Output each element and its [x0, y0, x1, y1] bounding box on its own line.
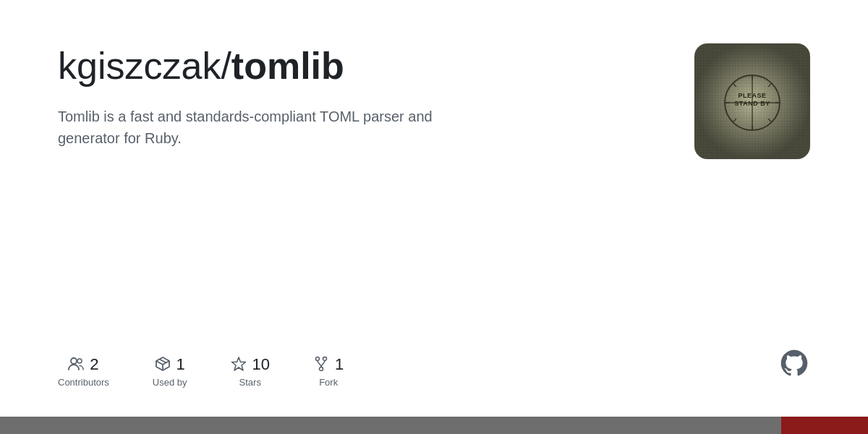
- used-by-count: 1: [176, 355, 185, 374]
- repo-avatar: PLEASE STAND BY · · · · · · · · · · · ·: [694, 43, 810, 159]
- svg-text:· · · · · · · · · · · ·: · · · · · · · · · · · ·: [733, 74, 768, 85]
- main-content: kgiszczak/tomlib Tomlib is a fast and st…: [0, 0, 868, 417]
- title-section: kgiszczak/tomlib Tomlib is a fast and st…: [58, 43, 665, 149]
- svg-point-26: [316, 357, 320, 360]
- repo-description: Tomlib is a fast and standards-compliant…: [58, 106, 434, 149]
- stat-stars-top: 10: [231, 355, 270, 374]
- stat-contributors-top: 2: [68, 355, 98, 374]
- contributors-label: Contributors: [58, 377, 109, 388]
- footer-bar-left: [0, 417, 781, 434]
- footer-bar: [0, 417, 868, 434]
- fork-label: Fork: [319, 377, 338, 388]
- svg-rect-0: [694, 43, 810, 159]
- stat-used-by-top: 1: [155, 355, 185, 374]
- svg-point-18: [71, 358, 77, 364]
- repo-owner[interactable]: kgiszczak/: [58, 45, 231, 87]
- github-icon: [778, 347, 810, 379]
- svg-point-3: [725, 75, 780, 130]
- svg-point-19: [77, 359, 82, 363]
- svg-line-22: [156, 361, 163, 365]
- svg-point-28: [320, 367, 323, 370]
- package-icon: [155, 356, 171, 374]
- stats-row: 2 Contributors 1 Used by: [58, 341, 810, 388]
- stat-fork-top: 1: [313, 355, 344, 374]
- svg-rect-17: [694, 43, 810, 159]
- svg-marker-25: [231, 357, 245, 370]
- star-icon: [231, 356, 247, 374]
- stars-label: Stars: [239, 377, 261, 388]
- header-row: kgiszczak/tomlib Tomlib is a fast and st…: [58, 43, 810, 159]
- people-icon: [68, 357, 84, 373]
- used-by-label: Used by: [153, 377, 187, 388]
- footer-bar-right: [781, 417, 868, 434]
- svg-line-11: [768, 83, 772, 87]
- svg-line-10: [733, 83, 736, 87]
- svg-line-13: [768, 119, 772, 122]
- repo-title: kgiszczak/tomlib: [58, 43, 665, 88]
- svg-rect-1: [694, 43, 810, 159]
- stars-count: 10: [252, 355, 270, 374]
- svg-line-12: [733, 119, 736, 122]
- svg-rect-2: [694, 43, 810, 159]
- svg-text:PLEASE: PLEASE: [738, 92, 766, 99]
- stat-contributors[interactable]: 2 Contributors: [58, 355, 109, 388]
- tv-pattern-svg: PLEASE STAND BY · · · · · · · · · · · ·: [694, 43, 810, 159]
- stat-stars[interactable]: 10 Stars: [231, 355, 270, 388]
- github-icon-wrap[interactable]: [778, 347, 810, 382]
- svg-point-27: [323, 357, 327, 360]
- repo-name[interactable]: tomlib: [231, 45, 344, 87]
- contributors-count: 2: [90, 355, 98, 374]
- fork-icon: [313, 356, 329, 374]
- fork-count: 1: [335, 355, 344, 374]
- stat-fork[interactable]: 1 Fork: [313, 355, 344, 388]
- tv-screen: PLEASE STAND BY · · · · · · · · · · · ·: [694, 43, 810, 159]
- svg-line-24: [159, 359, 166, 362]
- stat-used-by[interactable]: 1 Used by: [153, 355, 187, 388]
- svg-text:STAND BY: STAND BY: [734, 100, 770, 107]
